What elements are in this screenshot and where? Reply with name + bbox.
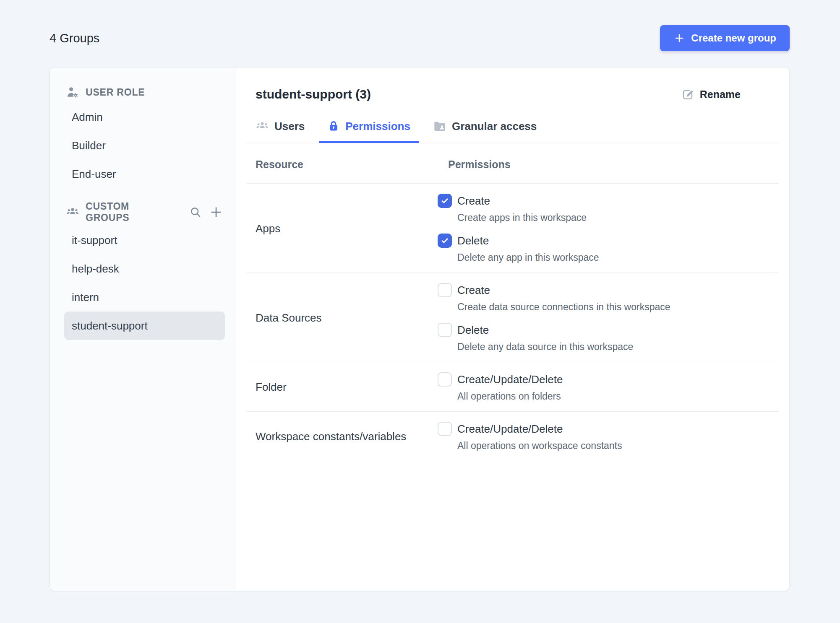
data-sources-create-checkbox[interactable] xyxy=(438,283,452,297)
user-role-list: Admin Builder End-user xyxy=(66,103,223,188)
group-title: student-support (3) xyxy=(256,86,371,103)
permissions-column-header: Permissions xyxy=(438,158,778,171)
permission-item: Create/Update/Delete All operations on f… xyxy=(438,372,778,402)
sidebar-item-end-user[interactable]: End-user xyxy=(64,160,225,188)
custom-groups-section-label: CUSTOM GROUPS xyxy=(86,201,176,223)
permission-label[interactable]: Create xyxy=(457,284,490,297)
permission-item: Create Create data source connections in… xyxy=(438,283,778,313)
table-row-data-sources: Data Sources Create Create data source c… xyxy=(246,273,778,362)
permission-description: Create apps in this workspace xyxy=(457,212,778,223)
tab-granular-access[interactable]: Granular access xyxy=(433,119,537,143)
permissions-table-header: Resource Permissions xyxy=(246,143,778,184)
table-row-workspace-constants: Workspace constants/variables Create/Upd… xyxy=(246,412,778,461)
permission-item: Delete Delete any data source in this wo… xyxy=(438,323,778,353)
apps-delete-checkbox[interactable] xyxy=(438,234,452,248)
permissions-table: Apps Create Create apps in this workspac… xyxy=(246,184,778,461)
permission-label[interactable]: Create/Update/Delete xyxy=(457,373,563,386)
search-groups-button[interactable] xyxy=(188,205,203,219)
permission-description: All operations on folders xyxy=(457,391,778,402)
search-icon xyxy=(189,206,202,218)
permission-label[interactable]: Delete xyxy=(457,234,489,247)
people-group-icon xyxy=(66,205,79,219)
sidebar-item-help-desk[interactable]: help-desk xyxy=(64,254,225,283)
plus-icon xyxy=(209,205,223,219)
folder-cud-checkbox[interactable] xyxy=(438,372,452,387)
apps-create-checkbox[interactable] xyxy=(438,194,452,208)
top-bar: 4 Groups Create new group xyxy=(0,0,840,51)
resource-label: Workspace constants/variables xyxy=(256,430,438,443)
resource-label: Apps xyxy=(256,222,438,235)
edit-pencil-icon xyxy=(681,88,694,101)
table-row-apps: Apps Create Create apps in this workspac… xyxy=(246,184,778,273)
custom-groups-section-header: CUSTOM GROUPS xyxy=(66,206,223,218)
rename-label: Rename xyxy=(700,88,741,101)
tab-permissions-label: Permissions xyxy=(345,120,410,133)
tab-permissions[interactable]: Permissions xyxy=(319,119,419,143)
add-group-button[interactable] xyxy=(209,205,223,219)
folder-user-icon xyxy=(433,119,446,133)
tab-granular-access-label: Granular access xyxy=(452,120,537,133)
sidebar-item-intern[interactable]: intern xyxy=(64,283,225,312)
permission-description: Create data source connections in this w… xyxy=(457,301,778,313)
workspace-constants-cud-checkbox[interactable] xyxy=(438,422,452,436)
permission-description: All operations on workspace constants xyxy=(457,440,778,452)
plus-icon xyxy=(673,32,685,44)
users-icon xyxy=(256,119,269,133)
lock-icon xyxy=(327,120,340,132)
sidebar-item-it-support[interactable]: it-support xyxy=(64,226,225,254)
groups-card: USER ROLE Admin Builder End-user CUSTOM … xyxy=(50,67,790,591)
rename-button[interactable]: Rename xyxy=(681,88,741,101)
group-detail-panel: student-support (3) Rename xyxy=(235,67,789,591)
checkmark-icon xyxy=(440,196,449,205)
sidebar-item-builder[interactable]: Builder xyxy=(64,131,225,160)
table-row-folder: Folder Create/Update/Delete All operatio… xyxy=(246,362,778,412)
checkmark-icon xyxy=(440,236,449,245)
resource-label: Data Sources xyxy=(256,312,438,324)
tab-users-label: Users xyxy=(274,120,305,133)
resource-column-header: Resource xyxy=(256,158,438,171)
group-tabs: Users Permissions xyxy=(246,119,778,143)
permission-label[interactable]: Delete xyxy=(457,324,489,337)
sidebar-item-admin[interactable]: Admin xyxy=(64,103,225,131)
user-role-section-header: USER ROLE xyxy=(66,86,223,99)
permission-label[interactable]: Create/Update/Delete xyxy=(457,423,563,436)
custom-groups-list: it-support help-desk intern student-supp… xyxy=(66,226,223,340)
permission-item: Delete Delete any app in this workspace xyxy=(438,234,778,263)
permission-label[interactable]: Create xyxy=(457,195,490,208)
user-role-section-label: USER ROLE xyxy=(86,87,145,98)
permission-item: Create/Update/Delete All operations on w… xyxy=(438,422,778,452)
tab-users[interactable]: Users xyxy=(256,119,305,143)
create-new-group-label: Create new group xyxy=(691,32,776,44)
user-gear-icon xyxy=(66,86,79,99)
groups-sidebar: USER ROLE Admin Builder End-user CUSTOM … xyxy=(50,67,235,591)
page-title: 4 Groups xyxy=(50,31,99,45)
permission-description: Delete any app in this workspace xyxy=(457,252,778,263)
permission-description: Delete any data source in this workspace xyxy=(457,341,778,353)
permission-item: Create Create apps in this workspace xyxy=(438,194,778,223)
create-new-group-button[interactable]: Create new group xyxy=(660,25,790,51)
sidebar-item-student-support[interactable]: student-support xyxy=(64,312,225,340)
data-sources-delete-checkbox[interactable] xyxy=(438,323,452,337)
resource-label: Folder xyxy=(256,381,438,394)
